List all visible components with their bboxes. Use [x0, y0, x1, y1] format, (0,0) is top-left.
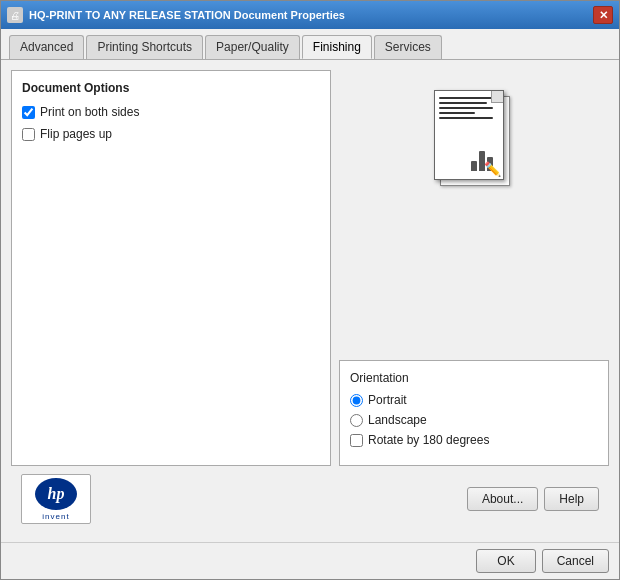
ok-button[interactable]: OK [476, 549, 535, 573]
bottom-bar: hp invent About... Help [11, 466, 609, 532]
document-options-label: Document Options [22, 81, 320, 95]
flip-pages-up-label[interactable]: Flip pages up [40, 127, 112, 141]
hp-logo: hp invent [21, 474, 91, 524]
rotate180-row: Rotate by 180 degrees [350, 433, 598, 447]
title-bar: 🖨 HQ-PRINT TO ANY RELEASE STATION Docume… [1, 1, 619, 29]
page-line-5 [439, 117, 493, 119]
title-bar-left: 🖨 HQ-PRINT TO ANY RELEASE STATION Docume… [7, 7, 345, 23]
window-icon: 🖨 [7, 7, 23, 23]
portrait-label[interactable]: Portrait [368, 393, 407, 407]
action-buttons: OK Cancel [1, 542, 619, 579]
about-button[interactable]: About... [467, 487, 538, 511]
bar-1 [471, 161, 477, 171]
tab-finishing[interactable]: Finishing [302, 35, 372, 59]
print-both-sides-row: Print on both sides [22, 105, 320, 119]
bottom-buttons: About... Help [467, 487, 599, 511]
rotate180-label[interactable]: Rotate by 180 degrees [368, 433, 489, 447]
portrait-radio[interactable] [350, 394, 363, 407]
close-button[interactable]: ✕ [593, 6, 613, 24]
tab-bar: Advanced Printing Shortcuts Paper/Qualit… [1, 29, 619, 60]
page-line-4 [439, 112, 475, 114]
hp-logo-circle: hp [35, 478, 77, 510]
preview-area: ✏️ [339, 70, 609, 352]
print-both-sides-label[interactable]: Print on both sides [40, 105, 139, 119]
page-line-1 [439, 97, 493, 99]
tab-paper-quality[interactable]: Paper/Quality [205, 35, 300, 59]
cancel-button[interactable]: Cancel [542, 549, 609, 573]
left-panel: Document Options Print on both sides Fli… [11, 70, 331, 466]
rotate180-checkbox[interactable] [350, 434, 363, 447]
hp-logo-text: hp [48, 485, 65, 503]
main-panel: Document Options Print on both sides Fli… [11, 70, 609, 466]
content-area: Document Options Print on both sides Fli… [1, 60, 619, 542]
page-front: ✏️ [434, 90, 504, 180]
page-fold [491, 91, 503, 103]
page-line-2 [439, 102, 487, 104]
right-panel: ✏️ Orientation Portrait Landscape [339, 70, 609, 466]
tab-printing-shortcuts[interactable]: Printing Shortcuts [86, 35, 203, 59]
main-window: 🖨 HQ-PRINT TO ANY RELEASE STATION Docume… [0, 0, 620, 580]
hp-invent-text: invent [42, 512, 69, 521]
landscape-label[interactable]: Landscape [368, 413, 427, 427]
orientation-title: Orientation [350, 371, 598, 385]
page-preview: ✏️ [434, 90, 514, 190]
page-line-3 [439, 107, 493, 109]
orientation-panel: Orientation Portrait Landscape Rotate by… [339, 360, 609, 466]
flip-pages-up-checkbox[interactable] [22, 128, 35, 141]
window-title: HQ-PRINT TO ANY RELEASE STATION Document… [29, 9, 345, 21]
tab-advanced[interactable]: Advanced [9, 35, 84, 59]
print-both-sides-checkbox[interactable] [22, 106, 35, 119]
flip-pages-up-row: Flip pages up [22, 127, 320, 141]
portrait-row: Portrait [350, 393, 598, 407]
landscape-row: Landscape [350, 413, 598, 427]
tab-services[interactable]: Services [374, 35, 442, 59]
help-button[interactable]: Help [544, 487, 599, 511]
pen-icon: ✏️ [484, 161, 501, 177]
landscape-radio[interactable] [350, 414, 363, 427]
